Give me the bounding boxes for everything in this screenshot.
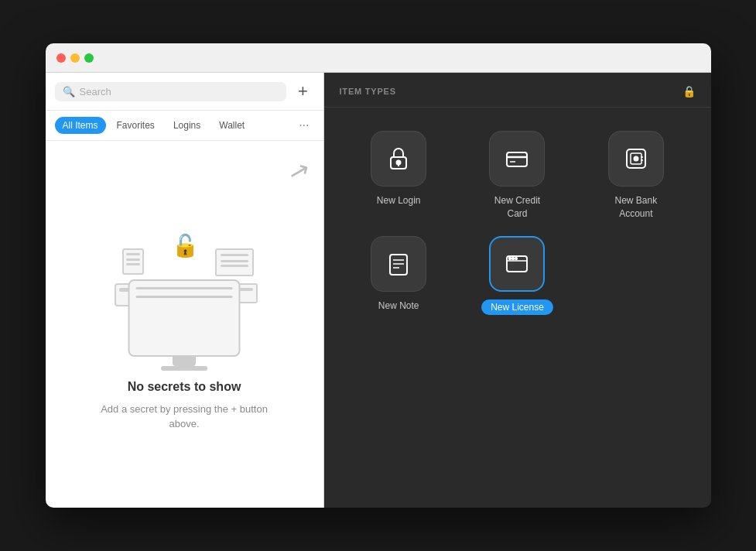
new-credit-card-icon-box — [489, 131, 545, 187]
svg-point-1 — [397, 161, 401, 165]
svg-point-8 — [634, 157, 638, 161]
lock-icon — [385, 145, 412, 173]
new-license-cell[interactable]: New License — [466, 236, 569, 315]
tabs-row: All Items Favorites Logins Wallet ··· — [46, 111, 323, 141]
lock-icon: 🔒 — [682, 85, 696, 98]
deco-doc1 — [122, 248, 144, 275]
new-login-icon-box — [371, 131, 426, 187]
new-credit-card-label: New CreditCard — [494, 194, 540, 221]
new-license-label: New License — [481, 299, 553, 315]
monitor-body — [128, 279, 241, 357]
svg-point-17 — [509, 257, 511, 258]
search-wrapper: 🔍 — [55, 82, 286, 101]
app-window: 🔍 + All Items Favorites Logins Wallet ··… — [46, 43, 711, 508]
search-icon: 🔍 — [63, 86, 75, 98]
add-button[interactable]: + — [292, 80, 314, 102]
section-label: ITEM TYPES — [340, 87, 396, 96]
maximize-button[interactable] — [84, 53, 94, 63]
safe-icon — [622, 145, 650, 173]
items-grid: New Login New CreditCard — [324, 108, 711, 338]
new-login-cell[interactable]: New Login — [347, 131, 450, 221]
new-login-label: New Login — [377, 194, 421, 207]
main-content: 🔍 + All Items Favorites Logins Wallet ··… — [46, 73, 711, 508]
new-note-cell[interactable]: New Note — [347, 236, 450, 315]
search-bar: 🔍 + — [46, 73, 323, 111]
empty-state: ↗ 🔓 — [46, 141, 323, 508]
deco-doc2 — [215, 248, 254, 276]
traffic-lights — [56, 53, 94, 63]
empty-title: No secrets to show — [128, 380, 241, 394]
new-bank-account-icon-box — [608, 131, 664, 187]
titlebar — [46, 43, 711, 73]
deco-lock-icon: 🔓 — [172, 233, 197, 258]
svg-point-19 — [515, 257, 517, 258]
left-panel: 🔍 + All Items Favorites Logins Wallet ··… — [46, 73, 324, 508]
close-button[interactable] — [56, 53, 66, 63]
illustration: 🔓 — [99, 217, 269, 372]
tab-wallet[interactable]: Wallet — [211, 117, 252, 134]
monitor-stand — [173, 355, 196, 366]
new-bank-account-cell[interactable]: New BankAccount — [584, 131, 687, 221]
search-input[interactable] — [80, 86, 279, 98]
new-bank-account-label: New BankAccount — [614, 194, 657, 221]
svg-rect-11 — [390, 255, 407, 275]
right-header: ITEM TYPES 🔒 — [324, 73, 711, 108]
svg-rect-3 — [507, 152, 527, 166]
new-note-icon-box — [371, 236, 426, 292]
note-icon — [385, 250, 412, 278]
more-button[interactable]: ··· — [294, 117, 313, 134]
credit-card-icon — [503, 145, 531, 173]
new-note-label: New Note — [378, 299, 419, 313]
svg-point-18 — [512, 257, 514, 258]
right-panel: ITEM TYPES 🔒 New Login — [324, 73, 711, 508]
minimize-button[interactable] — [70, 53, 80, 63]
tab-logins[interactable]: Logins — [166, 117, 208, 134]
arrow-icon: ↗ — [285, 154, 313, 188]
new-credit-card-cell[interactable]: New CreditCard — [466, 131, 569, 221]
empty-subtitle: Add a secret by pressing the + button ab… — [99, 402, 269, 432]
tab-all-items[interactable]: All Items — [55, 117, 106, 134]
window-icon — [503, 250, 531, 278]
new-license-icon-box — [489, 236, 545, 292]
tab-favorites[interactable]: Favorites — [109, 117, 162, 134]
monitor-base — [161, 366, 207, 371]
